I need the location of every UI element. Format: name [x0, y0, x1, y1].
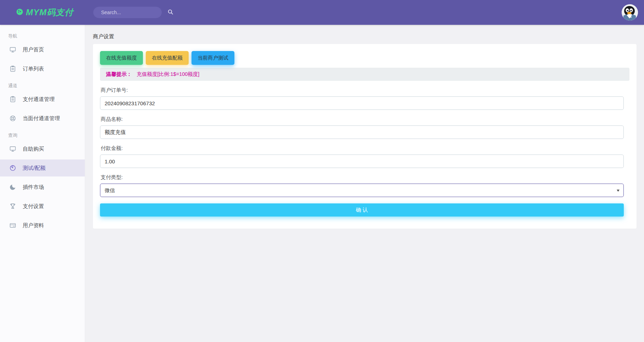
sidebar-item-test-quota[interactable]: 测试/配额 — [0, 159, 85, 176]
online-recharge-allocation-button[interactable]: 在线充值配额 — [146, 51, 189, 65]
sidebar-section-channel: 通道 — [8, 82, 85, 89]
sidebar-item-label: 当面付通道管理 — [23, 115, 60, 122]
brand-logo[interactable]: MYM码支付 — [16, 0, 73, 25]
sidebar-item-user-home[interactable]: 用户首页 — [0, 41, 85, 58]
qq-penguin-icon — [622, 16, 638, 21]
field-label: 支付类型: — [101, 174, 629, 181]
sidebar-item-pay-channel-mgmt[interactable]: 支付通道管理 — [0, 91, 85, 108]
search-button[interactable] — [167, 7, 173, 18]
sidebar-item-label: 插件市场 — [23, 184, 44, 191]
sidebar-item-label: 用户首页 — [23, 46, 44, 53]
sidebar-item-pay-settings[interactable]: 支付设置 — [0, 198, 85, 215]
notice-bar: 温馨提示：充值额度[比例:1$=100额度] — [100, 68, 629, 81]
field-label: 商户订单号: — [101, 86, 629, 94]
field-payment-type: 支付类型: 微信 — [100, 174, 629, 197]
search-input[interactable] — [93, 10, 167, 15]
field-product-name: 商品名称: — [100, 116, 629, 139]
moon-icon — [9, 184, 16, 191]
product-name-input[interactable] — [100, 125, 624, 139]
payment-type-select[interactable]: 微信 — [100, 184, 624, 197]
sidebar-nav: 导航 用户首页 订单列表 通道 支付通道管理 当面付通道管理 查询 自助购买 — [0, 25, 85, 342]
clipboard-icon — [9, 65, 16, 72]
sidebar-item-self-purchase[interactable]: 自助购买 — [0, 140, 85, 157]
sidebar-item-label: 用户资料 — [23, 222, 44, 229]
page-title: 商户设置 — [93, 33, 644, 40]
search-bar — [93, 7, 162, 18]
sidebar-item-label: 测试/配额 — [23, 165, 45, 172]
main-content: 商户设置 在线充值额度 在线充值配额 当前商户测试 温馨提示：充值额度[比例:1… — [85, 25, 644, 342]
monitor-icon — [9, 46, 16, 53]
merchant-order-no-input[interactable] — [100, 96, 624, 110]
sidebar-item-order-list[interactable]: 订单列表 — [0, 60, 85, 77]
sidebar-item-label: 支付设置 — [23, 203, 44, 210]
payment-type-value: 微信 — [105, 187, 115, 194]
field-payment-amount: 付款金额: — [100, 145, 629, 168]
sidebar-item-plugin-market[interactable]: 插件市场 — [0, 179, 85, 196]
top-header: MYM码支付 — [0, 0, 644, 25]
sidebar-section-query: 查询 — [8, 132, 85, 139]
field-merchant-order-no: 商户订单号: — [100, 86, 629, 110]
monitor-icon — [9, 145, 16, 152]
lifebuoy-icon — [9, 115, 16, 122]
brand-title: MYM码支付 — [26, 7, 73, 18]
payment-amount-input[interactable] — [100, 155, 624, 168]
field-label: 付款金额: — [101, 145, 629, 152]
search-icon — [167, 9, 173, 16]
sidebar-item-label: 订单列表 — [23, 66, 44, 72]
sidebar-item-label: 支付通道管理 — [23, 96, 55, 103]
sidebar-item-f2f-channel-mgmt[interactable]: 当面付通道管理 — [0, 110, 85, 127]
sidebar-section-nav: 导航 — [8, 33, 85, 40]
notice-prefix: 温馨提示： — [106, 71, 132, 77]
brand-ball-icon — [16, 9, 23, 17]
sidebar-item-label: 自助购买 — [23, 146, 44, 152]
sidebar-item-user-profile[interactable]: 用户资料 — [0, 217, 85, 234]
credit-card-icon — [9, 222, 16, 229]
clipboard-icon — [9, 96, 16, 103]
merchant-settings-card: 在线充值额度 在线充值配额 当前商户测试 温馨提示：充值额度[比例:1$=100… — [93, 44, 637, 229]
notice-text: 充值额度[比例:1$=100额度] — [137, 71, 200, 77]
online-recharge-quota-button[interactable]: 在线充值额度 — [100, 51, 143, 65]
field-label: 商品名称: — [101, 116, 629, 123]
chevron-down-icon — [617, 190, 620, 192]
action-button-row: 在线充值额度 在线充值配额 当前商户测试 — [100, 51, 629, 65]
trophy-icon — [9, 203, 16, 210]
confirm-button[interactable]: 确 认 — [100, 203, 624, 217]
current-merchant-test-button[interactable]: 当前商户测试 — [191, 51, 234, 65]
pie-chart-icon — [9, 164, 16, 172]
user-avatar[interactable] — [622, 4, 638, 21]
